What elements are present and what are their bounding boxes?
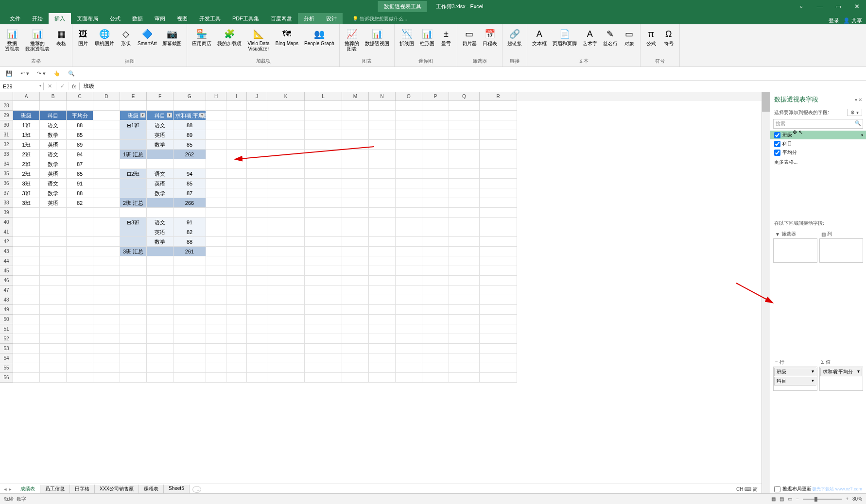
cell[interactable]: 数学 bbox=[147, 188, 173, 198]
cell[interactable] bbox=[369, 247, 396, 256]
cell[interactable] bbox=[369, 111, 396, 120]
cell[interactable]: 261 bbox=[173, 247, 206, 256]
cell[interactable] bbox=[267, 101, 305, 111]
cell[interactable] bbox=[120, 159, 147, 169]
sheet-tab[interactable]: XXX公司销售额 bbox=[95, 485, 139, 494]
sheet-tab[interactable]: 课程表 bbox=[139, 485, 164, 494]
cell[interactable] bbox=[226, 111, 247, 120]
ribbon-盈亏[interactable]: ±盈亏 bbox=[438, 27, 454, 47]
cell[interactable]: 英语 bbox=[40, 140, 67, 150]
cell[interactable]: 数学 bbox=[40, 130, 67, 140]
cell[interactable] bbox=[247, 363, 267, 373]
cell[interactable] bbox=[226, 120, 247, 130]
cell[interactable] bbox=[226, 179, 247, 188]
cell[interactable] bbox=[305, 373, 342, 383]
cell[interactable] bbox=[305, 159, 342, 169]
ribbon-表格[interactable]: ▦表格 bbox=[53, 27, 69, 47]
cell[interactable] bbox=[305, 315, 342, 324]
cell[interactable]: 班级 bbox=[13, 111, 40, 120]
cell[interactable] bbox=[206, 198, 226, 208]
cell[interactable] bbox=[342, 256, 369, 266]
cell[interactable] bbox=[369, 198, 396, 208]
cell[interactable] bbox=[247, 353, 267, 363]
cell[interactable] bbox=[267, 315, 305, 324]
cell[interactable]: 3班 bbox=[13, 198, 40, 208]
cell[interactable] bbox=[369, 315, 396, 324]
cell[interactable] bbox=[67, 286, 93, 295]
tab-dev[interactable]: 开发工具 bbox=[193, 13, 226, 24]
cell[interactable] bbox=[247, 373, 267, 383]
cell[interactable] bbox=[206, 344, 226, 353]
cell[interactable] bbox=[267, 218, 305, 227]
cell[interactable] bbox=[267, 179, 305, 188]
cell[interactable] bbox=[369, 130, 396, 140]
cell[interactable] bbox=[369, 179, 396, 188]
cell[interactable] bbox=[267, 295, 305, 305]
cell[interactable] bbox=[147, 373, 173, 383]
cell[interactable] bbox=[480, 227, 517, 237]
cell[interactable] bbox=[173, 266, 206, 276]
ribbon-options-icon[interactable]: ▫ bbox=[792, 0, 811, 13]
tab-view[interactable]: 视图 bbox=[171, 13, 193, 24]
row-header[interactable]: 30 bbox=[0, 120, 13, 130]
cell[interactable] bbox=[13, 276, 40, 286]
cell[interactable] bbox=[40, 373, 67, 383]
cell[interactable]: 语文 bbox=[147, 169, 173, 179]
ribbon-应用商店[interactable]: 🏪应用商店 bbox=[190, 27, 213, 47]
cell[interactable] bbox=[147, 286, 173, 295]
cell[interactable] bbox=[369, 324, 396, 334]
cell[interactable] bbox=[247, 286, 267, 295]
cell[interactable] bbox=[206, 130, 226, 140]
cell[interactable] bbox=[120, 353, 147, 363]
cell[interactable] bbox=[67, 218, 93, 227]
cell[interactable] bbox=[422, 188, 449, 198]
cell[interactable] bbox=[422, 373, 449, 383]
cell[interactable] bbox=[40, 101, 67, 111]
cell[interactable] bbox=[449, 208, 480, 218]
cell[interactable] bbox=[480, 373, 517, 383]
cell[interactable] bbox=[120, 179, 147, 188]
sheet-nav-prev-icon[interactable]: ◂ bbox=[4, 486, 7, 492]
cell[interactable] bbox=[226, 256, 247, 266]
cell[interactable] bbox=[206, 256, 226, 266]
cell[interactable]: ⊟3班 bbox=[120, 218, 147, 227]
cell[interactable] bbox=[226, 159, 247, 169]
cell[interactable] bbox=[206, 159, 226, 169]
cell[interactable] bbox=[40, 266, 67, 276]
cell[interactable] bbox=[396, 227, 422, 237]
sheet-tab[interactable]: 员工信息 bbox=[40, 485, 70, 494]
cell[interactable] bbox=[120, 295, 147, 305]
cell[interactable] bbox=[226, 188, 247, 198]
col-header[interactable]: I bbox=[226, 92, 247, 101]
cell[interactable] bbox=[93, 295, 120, 305]
cell[interactable]: 3班 bbox=[13, 179, 40, 188]
cell[interactable] bbox=[342, 218, 369, 227]
row-header[interactable]: 29 bbox=[0, 111, 13, 120]
ribbon-数据透视表[interactable]: 📊数据 透视表 bbox=[3, 27, 21, 52]
col-header[interactable]: Q bbox=[449, 92, 480, 101]
cell[interactable] bbox=[396, 150, 422, 159]
cell[interactable] bbox=[247, 227, 267, 237]
cell[interactable] bbox=[13, 237, 40, 247]
cell[interactable] bbox=[342, 247, 369, 256]
cell[interactable] bbox=[206, 315, 226, 324]
cell[interactable] bbox=[13, 218, 40, 227]
cell[interactable] bbox=[305, 353, 342, 363]
sheet-tab[interactable]: Sheet5 bbox=[164, 485, 190, 494]
cell[interactable] bbox=[67, 266, 93, 276]
ribbon-日程表[interactable]: 📅日程表 bbox=[481, 27, 499, 47]
cell[interactable] bbox=[173, 208, 206, 218]
ribbon-页眉和页脚[interactable]: 📄页眉和页脚 bbox=[551, 27, 579, 47]
cell[interactable] bbox=[305, 179, 342, 188]
ribbon-超链接[interactable]: 🔗超链接 bbox=[505, 27, 524, 47]
row-field-subject[interactable]: 科目▾ bbox=[774, 377, 816, 386]
cell[interactable] bbox=[93, 120, 120, 130]
cell[interactable] bbox=[93, 256, 120, 266]
name-box[interactable]: E29 bbox=[0, 83, 44, 90]
cell[interactable] bbox=[40, 218, 67, 227]
ribbon-BingMaps[interactable]: 🗺Bing Maps bbox=[274, 27, 300, 47]
cell[interactable] bbox=[120, 208, 147, 218]
cell[interactable]: 2班 bbox=[13, 169, 40, 179]
cell[interactable] bbox=[40, 324, 67, 334]
col-header[interactable]: B bbox=[40, 92, 67, 101]
